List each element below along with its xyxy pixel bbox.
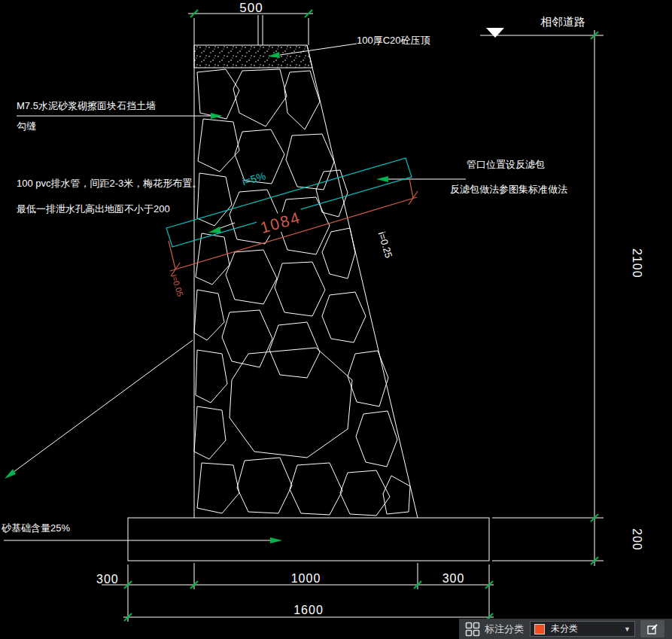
annotation-toolbar: 标注分类 未分类 ▼ <box>459 619 672 639</box>
footing-arrow-icon <box>270 537 282 543</box>
dim-wall-height: 2100 <box>630 248 644 278</box>
category-dropdown[interactable]: 未分类 ▼ <box>530 621 635 637</box>
category-dropdown-value: 未分类 <box>551 622 624 635</box>
dim-bottom-mid: 1000 <box>194 571 418 586</box>
cad-canvas[interactable]: 500 相邻道路 100厚C20砼压顶 M7.5水泥砂浆砌擦面块石挡土墙 勾缝 … <box>0 0 672 639</box>
diagonal-arrow-icon <box>5 469 16 479</box>
pipe-note-2: 最低一排泄水孔高出地面不小于200 <box>17 203 170 215</box>
dim-footing-height: 200 <box>630 528 644 551</box>
coping-note: 100厚C20砼压顶 <box>357 35 430 47</box>
pipe-arrow-icon <box>208 227 221 233</box>
pencil-icon <box>646 623 658 635</box>
chevron-down-icon: ▼ <box>624 625 631 633</box>
concrete-coping <box>194 45 312 68</box>
leader-lines <box>4 44 466 540</box>
wall-note-1: M7.5水泥砂浆砌擦面块石挡土墙 <box>17 100 156 112</box>
dimension-lines <box>102 14 604 622</box>
road-level-symbol <box>486 28 504 38</box>
category-color-swatch <box>534 624 545 634</box>
stone-pattern <box>194 69 410 516</box>
dim-bottom-right: 300 <box>418 571 489 586</box>
edit-annotation-button[interactable] <box>640 620 664 637</box>
category-grid-icon <box>465 622 480 637</box>
dim-top-width: 500 <box>194 1 309 16</box>
toolbar-label: 标注分类 <box>485 622 524 636</box>
dim-bottom-total: 1600 <box>128 603 489 617</box>
filter-note-2: 反滤包做法参图集标准做法 <box>450 184 567 196</box>
filter-note-1: 管口位置设反滤包 <box>467 159 545 171</box>
dim-bottom-left: 300 <box>96 572 119 586</box>
footing-note: 砂基础含量25% <box>2 522 70 534</box>
drawing-linework <box>0 0 672 639</box>
filter-arrow-icon <box>376 176 388 182</box>
wall-note-2: 勾缝 <box>17 120 36 132</box>
footing <box>128 518 489 561</box>
pipe-note-1: 100 pvc排水管，间距2-3米，梅花形布置。 <box>17 178 202 190</box>
level-triangle-icon <box>486 28 504 38</box>
road-label: 相邻道路 <box>540 15 585 29</box>
